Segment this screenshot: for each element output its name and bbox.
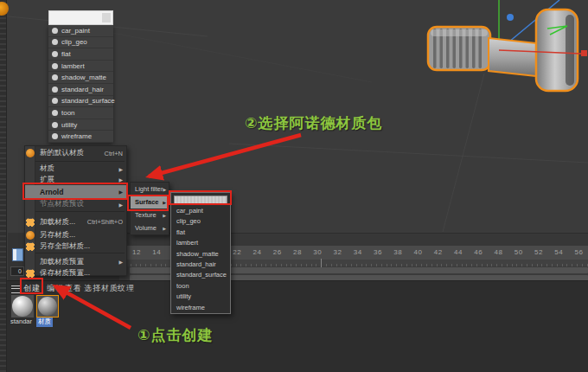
create-context-menu: 新的默认材质 Ctrl+N 材质 ▶ 扩展 ▶ Arnold ▶ 节点材质预设 … <box>24 145 127 276</box>
material-type-label: clip_geo <box>61 38 87 46</box>
material-ball-icon <box>52 87 58 93</box>
menubar-item-1[interactable]: 编辑 <box>47 283 64 294</box>
arnold-submenu-item-texture[interactable]: Texture▶ <box>131 208 169 221</box>
arnold-submenu-item-surface[interactable]: Surface▶ <box>131 196 169 208</box>
menu-item-material[interactable]: 材质 ▶ <box>25 164 126 174</box>
material-search-input[interactable] <box>48 10 113 25</box>
hamburger-menu-icon[interactable] <box>11 285 21 293</box>
timeline-tick-label: 30 <box>313 248 322 256</box>
material-ball-icon <box>52 51 58 57</box>
surface-submenu: car_paintclip_geoflatlambertshadow_matte… <box>170 192 231 314</box>
timeline-tick-label: 28 <box>293 248 302 256</box>
save-material-icon <box>26 231 35 240</box>
material-type-label: standard_surface <box>61 97 115 105</box>
menu-item-save-material-preset[interactable]: 保存材质预置... <box>25 267 126 279</box>
surface-material-item[interactable]: clip_geo <box>171 216 230 227</box>
timeline-tick-label: 24 <box>253 248 262 256</box>
surface-material-item[interactable]: standard_surface <box>171 270 230 280</box>
search-clear-button[interactable] <box>102 13 111 22</box>
arnold-submenu-item-volume[interactable]: Volume▶ <box>131 221 169 234</box>
material-type-item[interactable]: car_paint <box>48 25 113 37</box>
material-ball-icon <box>52 74 58 80</box>
timeline-tick-label: 46 <box>474 248 483 256</box>
menubar-item-create[interactable]: 创建 <box>23 283 41 294</box>
timeline-tick-label: 36 <box>374 248 382 256</box>
material-type-label: utility <box>61 121 77 129</box>
surface-material-item[interactable]: car_paint <box>171 206 230 216</box>
material-type-item[interactable]: wireframe <box>48 131 113 143</box>
timeline-tick-label: 44 <box>454 248 463 256</box>
timeline-tick-label: 52 <box>534 248 543 256</box>
menu-item-extension[interactable]: 扩展 ▶ <box>25 174 126 185</box>
bolt-head <box>536 10 578 91</box>
material-type-item[interactable]: clip_geo <box>48 37 113 49</box>
menubar-item-4[interactable]: 材质 <box>101 283 118 294</box>
surface-material-item[interactable]: wireframe <box>171 303 230 313</box>
menu-item-save-all-materials[interactable]: 另存全部材质... <box>25 241 126 252</box>
material-type-label: toon <box>61 109 75 117</box>
material-type-item[interactable]: standard_surface <box>48 96 113 108</box>
material-type-label: lambert <box>61 62 85 70</box>
frame-number-field[interactable]: 0 <box>10 266 24 276</box>
submenu-item-label: Texture <box>135 211 157 219</box>
material-type-item[interactable]: flat <box>48 48 113 61</box>
surface-material-item[interactable]: flat <box>171 228 230 238</box>
surface-material-item[interactable]: shadow_matte <box>171 249 230 260</box>
timeline-playhead[interactable] <box>321 259 322 267</box>
material-type-item[interactable]: lambert <box>48 61 113 73</box>
material-sphere-preview <box>12 296 33 317</box>
material-type-item[interactable]: shadow_matte <box>48 72 113 84</box>
submenu-arrow-icon: ▶ <box>118 202 123 208</box>
cinema4d-viewport: 1214161820222426283032343638404244464850… <box>0 0 588 372</box>
bolt-shaft <box>489 38 542 76</box>
save-material-preset-icon <box>26 269 35 278</box>
surface-search-input[interactable] <box>174 196 227 204</box>
submenu-arrow-icon: ▶ <box>163 226 166 231</box>
material-thumbnail-selected[interactable] <box>36 295 59 317</box>
timeline-tick-label: 56 <box>575 248 584 256</box>
shortcut-label: Ctrl+Shift+O <box>87 218 123 226</box>
material-ball-icon <box>52 28 58 34</box>
menu-item-node-material-preset[interactable]: 节点材质预设 ▶ <box>25 198 126 210</box>
menu-item-save-material[interactable]: 另存材质... <box>25 229 126 241</box>
material-ball-icon <box>52 133 58 139</box>
surface-material-item[interactable]: toon <box>171 281 230 292</box>
material-type-label: car_paint <box>61 27 90 35</box>
menubar-item-2[interactable]: 查看 <box>65 283 82 294</box>
menubar-item-3[interactable]: 选择 <box>84 283 101 294</box>
menu-item-arnold[interactable]: Arnold ▶ <box>25 185 126 198</box>
submenu-arrow-icon: ▶ <box>163 213 166 218</box>
surface-material-item[interactable]: standard_hair <box>171 260 230 270</box>
arnold-submenu-list: Light filter▶Surface▶Texture▶Volume▶ <box>130 182 169 235</box>
timeline-tick-label: 40 <box>414 248 423 256</box>
material-thumbnail-standard[interactable] <box>11 295 34 317</box>
material-type-item[interactable]: toon <box>48 107 113 119</box>
material-type-label: shadow_matte <box>61 74 106 81</box>
material-name-label-selected[interactable]: 材质 <box>36 317 53 327</box>
timeline-tick-label: 12 <box>132 248 141 256</box>
menubar-item-5[interactable]: 纹理 <box>118 283 135 294</box>
material-type-popup: car_paintclip_geoflatlambertshadow_matte… <box>48 10 113 143</box>
material-type-label: standard_hair <box>61 86 104 93</box>
material-ball-icon <box>52 63 58 69</box>
menu-item-load-material[interactable]: 加载材质... Ctrl+Shift+O <box>25 215 126 229</box>
new-material-icon <box>26 149 35 157</box>
menu-item-load-material-preset[interactable]: 加载材质预置 ▶ <box>25 256 126 267</box>
menu-item-new-default-material[interactable]: 新的默认材质 Ctrl+N <box>25 146 126 160</box>
arnold-submenu-item-light-filter[interactable]: Light filter▶ <box>131 183 169 196</box>
submenu-item-label: Light filter <box>135 185 163 193</box>
material-type-item[interactable]: standard_hair <box>48 84 113 96</box>
material-type-item[interactable]: utility <box>48 119 113 131</box>
submenu-arrow-icon: ▶ <box>118 259 123 265</box>
timeline-tick-label: 32 <box>334 248 342 256</box>
timeline-tick-label: 14 <box>152 248 161 256</box>
timeline-tick-label: 22 <box>233 248 241 256</box>
surface-material-item[interactable]: utility <box>171 292 230 302</box>
timeline-slider-handle[interactable] <box>12 248 23 261</box>
surface-material-item[interactable]: lambert <box>171 238 230 248</box>
material-type-label: flat <box>61 50 71 58</box>
bolt-threads <box>428 27 490 70</box>
material-ball-icon <box>52 98 58 104</box>
timeline-tick-label: 26 <box>273 248 282 256</box>
bolt-3d-model[interactable] <box>406 0 588 104</box>
